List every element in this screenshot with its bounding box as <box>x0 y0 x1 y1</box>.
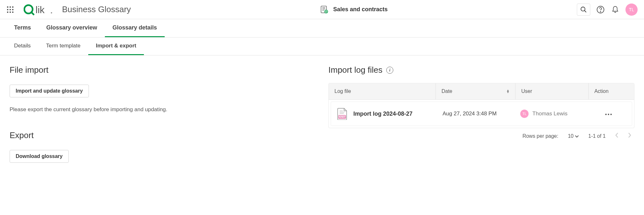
svg-point-30 <box>608 114 609 115</box>
col-date[interactable]: Date ▲▼ <box>436 83 515 99</box>
svg-point-12 <box>51 12 52 13</box>
app-title: Business Glossary <box>62 4 131 14</box>
col-logfile[interactable]: Log file <box>329 83 436 99</box>
right-column: Import log files i Log file Date ▲▼ User… <box>328 65 634 163</box>
import-hint: Please export the current glossary befor… <box>10 106 316 113</box>
svg-point-20 <box>581 7 585 11</box>
svg-rect-1 <box>10 6 11 8</box>
download-glossary-button[interactable]: Download glossary <box>10 150 69 163</box>
rows-per-page-label: Rows per page: <box>522 133 558 139</box>
content: File import Import and update glossary P… <box>0 55 644 172</box>
col-date-label: Date <box>442 88 452 94</box>
table-row[interactable]: JSON Import log 2024-08-27 Aug 27, 2024 … <box>331 102 632 126</box>
notifications-icon[interactable] <box>611 5 620 14</box>
svg-point-31 <box>610 114 612 115</box>
file-import-title: File import <box>10 65 316 75</box>
svg-line-10 <box>31 12 34 14</box>
glossary-icon <box>320 5 328 14</box>
tab-glossary-details[interactable]: Glossary details <box>105 19 165 37</box>
qlik-logo[interactable]: lik <box>24 4 54 15</box>
tab-terms[interactable]: Terms <box>6 19 39 37</box>
user-avatar[interactable]: TL <box>625 4 638 16</box>
page-nav <box>615 133 631 139</box>
col-user[interactable]: User <box>515 83 588 99</box>
logo-area: lik Business Glossary <box>24 4 131 15</box>
svg-text:lik: lik <box>35 4 45 15</box>
user-name: Thomas Lewis <box>532 111 568 117</box>
col-action: Action <box>588 83 634 99</box>
table-body: JSON Import log 2024-08-27 Aug 27, 2024 … <box>329 102 634 126</box>
export-section: Export Download glossary <box>10 130 316 163</box>
import-log-title: Import log files <box>328 65 382 75</box>
subtab-term-template[interactable]: Term template <box>38 37 88 55</box>
svg-rect-7 <box>10 12 11 13</box>
svg-rect-4 <box>10 9 11 10</box>
svg-rect-8 <box>12 12 13 13</box>
context-pill[interactable]: Sales and contracts <box>320 5 388 14</box>
sub-tabs: Details Term template Import & export <box>0 37 644 55</box>
cell-user: TL Thomas Lewis <box>516 108 587 120</box>
subtab-details[interactable]: Details <box>6 37 38 55</box>
prev-page-button[interactable] <box>615 133 618 139</box>
col-logfile-label: Log file <box>334 88 351 94</box>
info-icon[interactable]: i <box>386 67 393 74</box>
top-bar: lik Business Glossary Sales and contract… <box>0 0 644 19</box>
export-title: Export <box>10 130 316 140</box>
cell-logfile: JSON Import log 2024-08-27 <box>333 106 439 122</box>
help-icon[interactable] <box>596 5 605 14</box>
page-range: 1-1 of 1 <box>588 133 606 139</box>
top-actions: TL <box>577 4 638 16</box>
svg-rect-6 <box>7 12 8 13</box>
import-log-title-row: Import log files i <box>328 65 634 75</box>
user-mini-avatar: TL <box>520 110 529 118</box>
subtab-import-export[interactable]: Import & export <box>88 37 144 55</box>
log-table: Log file Date ▲▼ User Action JSON Import… <box>328 83 634 128</box>
svg-line-21 <box>585 10 586 12</box>
import-update-button[interactable]: Import and update glossary <box>10 85 89 97</box>
svg-rect-2 <box>12 6 13 8</box>
tab-glossary-overview[interactable]: Glossary overview <box>39 19 105 37</box>
table-header: Log file Date ▲▼ User Action <box>329 83 634 100</box>
chevron-down-icon <box>575 133 579 139</box>
svg-point-29 <box>605 114 607 115</box>
json-file-icon: JSON <box>337 108 348 120</box>
logfile-name: Import log 2024-08-27 <box>353 111 412 117</box>
more-actions-button[interactable] <box>603 109 614 119</box>
next-page-button[interactable] <box>628 133 631 139</box>
pagination: Rows per page: 10 1-1 of 1 <box>328 128 634 144</box>
app-launcher-icon[interactable] <box>6 6 14 13</box>
svg-rect-0 <box>7 6 8 8</box>
context-area: Sales and contracts <box>131 5 577 14</box>
rows-per-page-select[interactable]: 10 <box>568 133 579 139</box>
svg-rect-5 <box>12 9 13 10</box>
svg-point-23 <box>600 11 601 12</box>
search-button[interactable] <box>577 4 590 16</box>
main-tabs: Terms Glossary overview Glossary details <box>0 19 644 37</box>
col-action-label: Action <box>594 88 609 94</box>
svg-rect-3 <box>7 9 8 10</box>
sort-icon: ▲▼ <box>506 89 509 93</box>
col-user-label: User <box>521 88 532 94</box>
cell-action <box>587 107 630 120</box>
svg-text:JSON: JSON <box>339 116 345 119</box>
cell-date: Aug 27, 2024 3:48 PM <box>439 109 516 119</box>
rows-per-page-value: 10 <box>568 133 574 139</box>
left-column: File import Import and update glossary P… <box>10 65 316 163</box>
context-label: Sales and contracts <box>333 6 388 13</box>
